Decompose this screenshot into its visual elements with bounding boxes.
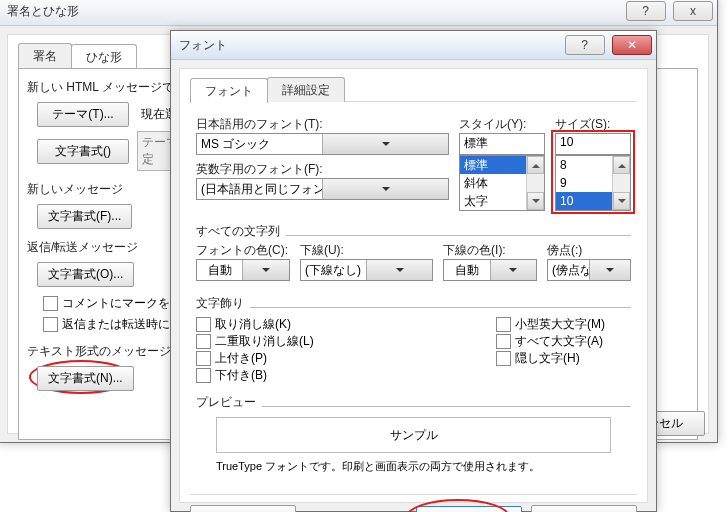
emphasis-mark-label: 傍点(:): [547, 242, 631, 259]
style-option[interactable]: 太字: [460, 192, 526, 210]
chevron-down-icon[interactable]: [322, 134, 448, 154]
font-dialog-title: フォント: [179, 37, 227, 54]
size-label: サイズ(S):: [555, 116, 631, 133]
style-list[interactable]: 標準 斜体 太字: [459, 155, 545, 211]
defaults-button[interactable]: 既定に設定(D): [190, 505, 296, 512]
tab-template[interactable]: ひな形: [71, 44, 137, 69]
chevron-down-icon[interactable]: [490, 260, 536, 280]
preview-sample: サンプル: [390, 427, 438, 444]
font-button-1[interactable]: 文字書式(): [37, 139, 129, 164]
theme-button[interactable]: テーマ(T)...: [37, 102, 129, 127]
section-preview: プレビュー: [196, 394, 256, 411]
emphasis-mark-value: (傍点なし): [548, 260, 589, 280]
jp-font-value: MS ゴシック: [197, 134, 322, 154]
truetype-note: TrueType フォントです。印刷と画面表示の両方で使用されます。: [216, 459, 611, 474]
jp-font-label: 日本語用のフォント(T):: [196, 116, 449, 133]
checkbox-strike[interactable]: 取り消し線(K): [196, 316, 496, 333]
en-font-label: 英数字用のフォント(F):: [196, 161, 449, 178]
chevron-down-icon[interactable]: [366, 260, 432, 280]
font-color-label: フォントの色(C):: [196, 242, 290, 259]
jp-font-combo[interactable]: MS ゴシック: [196, 133, 449, 155]
close-icon[interactable]: ✕: [612, 35, 652, 55]
section-decoration: 文字飾り: [196, 295, 244, 312]
font-tabs: フォント 詳細設定: [190, 77, 637, 102]
help-icon[interactable]: ?: [565, 35, 605, 55]
checkbox-subscript[interactable]: 下付き(B): [196, 367, 496, 384]
underline-color-label: 下線の色(I):: [443, 242, 537, 259]
size-option[interactable]: 8: [556, 156, 612, 174]
emphasis-mark-combo[interactable]: (傍点なし): [547, 259, 631, 281]
underline-combo[interactable]: (下線なし): [300, 259, 433, 281]
ok-button[interactable]: OK: [416, 506, 522, 512]
chevron-down-icon[interactable]: [589, 260, 631, 280]
style-option[interactable]: 斜体: [460, 174, 526, 192]
tab-font[interactable]: フォント: [190, 78, 268, 103]
font-button-3[interactable]: 文字書式(O)...: [37, 262, 134, 287]
size-option[interactable]: 10: [556, 192, 612, 210]
underline-color-combo[interactable]: 自動: [443, 259, 537, 281]
underline-label: 下線(U):: [300, 242, 433, 259]
font-button-4[interactable]: 文字書式(N)...: [37, 366, 134, 391]
en-font-value: (日本語用と同じフォント): [197, 179, 322, 199]
size-option[interactable]: 9: [556, 174, 612, 192]
scrollbar[interactable]: [612, 156, 630, 210]
checkbox-superscript[interactable]: 上付き(P): [196, 350, 496, 367]
font-color-value: 自動: [197, 260, 242, 280]
checkbox-allcaps[interactable]: すべて大文字(A): [496, 333, 605, 350]
size-input[interactable]: 10: [555, 133, 631, 155]
tab-advanced[interactable]: 詳細設定: [267, 77, 345, 102]
section-all-chars: すべての文字列: [196, 223, 280, 240]
checkbox-double-strike[interactable]: 二重取り消し線(L): [196, 333, 496, 350]
scrollbar[interactable]: [526, 156, 544, 210]
font-button-2[interactable]: 文字書式(F)...: [37, 204, 132, 229]
chevron-down-icon[interactable]: [242, 260, 288, 280]
underline-color-value: 自動: [444, 260, 489, 280]
cancel-button[interactable]: キャンセル: [531, 505, 637, 512]
en-font-combo[interactable]: (日本語用と同じフォント): [196, 178, 449, 200]
checkbox-hidden[interactable]: 隠し文字(H): [496, 350, 605, 367]
style-input[interactable]: 標準: [459, 133, 545, 155]
font-dialog: フォント ? ✕ フォント 詳細設定 日本語用のフォント(T): MS ゴシック: [170, 30, 657, 512]
tab-signature[interactable]: 署名: [18, 43, 72, 68]
help-icon[interactable]: ?: [626, 1, 666, 21]
style-option[interactable]: 標準: [460, 156, 526, 174]
checkbox-smallcaps[interactable]: 小型英大文字(M): [496, 316, 605, 333]
chevron-down-icon[interactable]: [322, 179, 448, 199]
size-list[interactable]: 8 9 10: [555, 155, 631, 211]
underline-value: (下線なし): [301, 260, 366, 280]
style-label: スタイル(Y):: [459, 116, 545, 133]
dialog-title: 署名とひな形: [7, 3, 79, 20]
close-icon[interactable]: x: [673, 1, 713, 21]
preview-box: サンプル: [216, 417, 611, 453]
font-color-combo[interactable]: 自動: [196, 259, 290, 281]
